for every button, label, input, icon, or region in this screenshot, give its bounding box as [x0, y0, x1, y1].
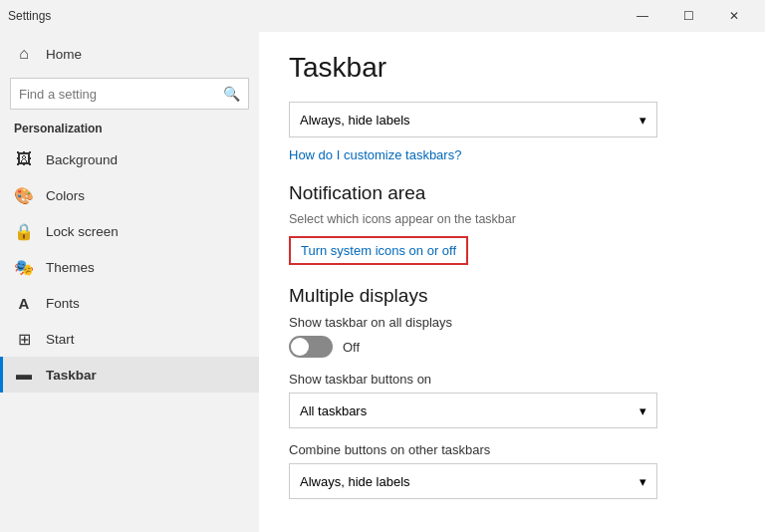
sidebar-item-background[interactable]: 🖼 Background: [0, 141, 259, 177]
system-icons-link[interactable]: Turn system icons on or off: [289, 236, 468, 265]
show-taskbar-toggle-row: Show taskbar on all displays Off: [289, 315, 735, 358]
taskbar-buttons-dropdown[interactable]: All taskbars ▾: [289, 393, 657, 428]
sidebar-item-label: Lock screen: [46, 224, 119, 239]
dropdown-value: Always, hide labels: [300, 113, 410, 128]
sidebar-item-label: Background: [46, 152, 118, 167]
search-box[interactable]: 🔍: [10, 78, 249, 110]
chevron-down-icon: ▾: [639, 113, 646, 128]
window-controls: — ☐ ✕: [620, 0, 757, 32]
background-icon: 🖼: [14, 149, 34, 169]
minimize-button[interactable]: —: [620, 0, 665, 32]
chevron-down-icon: ▾: [639, 474, 646, 489]
sidebar-section-label: Personalization: [0, 118, 259, 141]
combine-buttons-label: Combine buttons on other taskbars: [289, 442, 735, 457]
taskbar-buttons-dropdown-value: All taskbars: [300, 403, 367, 418]
app-body: ⌂ Home 🔍 Personalization 🖼 Background 🎨 …: [0, 32, 765, 532]
combine-buttons-dropdown[interactable]: Always, hide labels ▾: [289, 463, 657, 499]
sidebar-item-fonts[interactable]: A Fonts: [0, 285, 259, 321]
sidebar-item-start[interactable]: ⊞ Start: [0, 321, 259, 357]
maximize-button[interactable]: ☐: [665, 0, 711, 32]
search-icon: 🔍: [223, 86, 240, 102]
lock-icon: 🔒: [14, 221, 34, 241]
home-icon: ⌂: [14, 44, 34, 64]
multiple-displays-title: Multiple displays: [289, 285, 735, 307]
title-bar: Settings — ☐ ✕: [0, 0, 765, 32]
taskbar-icon: ▬: [14, 365, 34, 385]
search-input[interactable]: [19, 87, 223, 102]
start-icon: ⊞: [14, 329, 34, 349]
taskbar-dropdown[interactable]: Always, hide labels ▾: [289, 102, 657, 137]
sidebar-item-home[interactable]: ⌂ Home: [0, 36, 259, 72]
combine-buttons-dropdown-value: Always, hide labels: [300, 474, 410, 489]
sidebar-item-themes[interactable]: 🎭 Themes: [0, 249, 259, 285]
sidebar-item-taskbar[interactable]: ▬ Taskbar: [0, 357, 259, 393]
notification-area-title: Notification area: [289, 182, 735, 204]
toggle-knob: [291, 338, 309, 356]
toggle-state-label: Off: [343, 340, 360, 355]
help-link[interactable]: How do I customize taskbars?: [289, 147, 735, 162]
sidebar-item-label: Home: [46, 47, 82, 62]
show-taskbar-buttons-label: Show taskbar buttons on: [289, 372, 735, 387]
close-button[interactable]: ✕: [711, 0, 757, 32]
sidebar: ⌂ Home 🔍 Personalization 🖼 Background 🎨 …: [0, 32, 259, 532]
chevron-down-icon: ▾: [639, 403, 646, 418]
main-content: Taskbar Always, hide labels ▾ How do I c…: [259, 32, 765, 532]
fonts-icon: A: [14, 293, 34, 313]
colors-icon: 🎨: [14, 185, 34, 205]
sidebar-item-lock-screen[interactable]: 🔒 Lock screen: [0, 213, 259, 249]
sidebar-item-label: Colors: [46, 188, 85, 203]
toggle-container: Off: [289, 336, 735, 358]
sidebar-item-colors[interactable]: 🎨 Colors: [0, 177, 259, 213]
app-title: Settings: [8, 9, 620, 23]
show-taskbar-toggle[interactable]: [289, 336, 333, 358]
sidebar-item-label: Taskbar: [46, 368, 97, 383]
toggle-label: Show taskbar on all displays: [289, 315, 735, 330]
page-title: Taskbar: [289, 52, 735, 84]
themes-icon: 🎭: [14, 257, 34, 277]
sidebar-item-label: Themes: [46, 260, 95, 275]
sidebar-item-label: Fonts: [46, 296, 80, 311]
sidebar-item-label: Start: [46, 332, 75, 347]
notification-area-subtitle: Select which icons appear on the taskbar: [289, 212, 735, 226]
